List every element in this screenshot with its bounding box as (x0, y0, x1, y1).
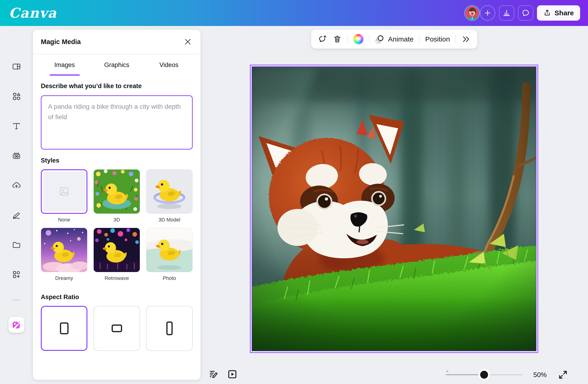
aspect-option-landscape[interactable] (93, 306, 140, 351)
animate-button[interactable]: Animate (375, 34, 414, 44)
aspect-ratio-heading: Aspect Ratio (41, 294, 193, 301)
magic-media-panel: Magic Media Images Graphics Videos Descr… (33, 30, 201, 380)
notes-icon (209, 369, 219, 380)
aspect-ratio-grid (41, 306, 193, 351)
folder-icon (12, 240, 21, 250)
position-label: Position (425, 35, 450, 43)
add-member-button[interactable] (480, 5, 495, 21)
sidebar-item-projects[interactable] (12, 240, 21, 250)
style-thumb-photo (146, 228, 192, 272)
sidebar-item-design[interactable] (12, 62, 21, 71)
style-option-retrowave: Retrowave (93, 228, 140, 286)
style-card-photo[interactable] (146, 228, 193, 272)
apps-grid-icon (12, 270, 21, 279)
more-options-button[interactable] (462, 35, 470, 43)
share-upload-icon (543, 9, 551, 17)
style-thumb-dreamy (41, 228, 87, 272)
tab-videos[interactable]: Videos (143, 54, 195, 76)
top-bar: Canva (0, 0, 588, 26)
generated-image-red-panda (252, 67, 536, 351)
panel-body: Describe what you’d like to create Style… (33, 76, 201, 351)
sidebar-item-brand[interactable] (12, 151, 21, 160)
animate-label: Animate (388, 35, 414, 43)
toolbar-divider (419, 35, 420, 43)
canvas-toolbar: Animate Position (311, 30, 477, 49)
zoom-slider[interactable] (446, 368, 523, 381)
notes-button[interactable] (208, 368, 220, 380)
panel-tabs: Images Graphics Videos (33, 54, 201, 76)
aspect-option-square[interactable] (41, 306, 87, 351)
sidebar-item-uploads[interactable] (12, 181, 21, 190)
plus-icon (483, 9, 492, 17)
sidebar-item-magic-media[interactable] (9, 317, 24, 333)
style-card-3d-model[interactable] (146, 169, 193, 214)
describe-label: Describe what you’d like to create (41, 83, 193, 90)
prompt-input[interactable] (41, 95, 193, 149)
sidebar-item-elements[interactable] (12, 92, 21, 101)
style-label: Photo (146, 275, 193, 281)
style-thumb-3d-garden (94, 170, 140, 213)
selected-canvas-element[interactable] (250, 65, 538, 353)
page-tools (208, 368, 238, 380)
expand-icon (558, 370, 568, 380)
style-card-none[interactable] (41, 169, 87, 214)
sidebar-item-text[interactable] (12, 122, 21, 131)
topbar-actions: Share (464, 5, 580, 21)
comments-button[interactable] (518, 5, 533, 21)
tab-graphics[interactable]: Graphics (91, 54, 143, 76)
sidebar-divider (13, 299, 21, 301)
style-label: 3D Model (146, 217, 193, 223)
fullscreen-button[interactable] (557, 369, 568, 380)
draw-pen-icon (12, 210, 21, 220)
sidebar-item-apps[interactable] (12, 270, 21, 279)
square-ratio-icon (60, 322, 69, 335)
share-button[interactable]: Share (537, 5, 580, 21)
style-card-dreamy[interactable] (41, 228, 87, 272)
style-label: Retrowave (93, 275, 140, 281)
style-card-3d[interactable] (93, 169, 140, 214)
aspect-option-portrait[interactable] (146, 306, 193, 351)
style-thumb-retrowave (94, 228, 140, 272)
design-icon (12, 62, 21, 71)
zoom-slider-thumb[interactable] (480, 371, 488, 379)
comment-button[interactable] (318, 35, 327, 44)
zoom-controls: 50% (446, 368, 568, 381)
sidebar-item-draw[interactable] (12, 210, 21, 220)
zoom-percent: 50% (533, 371, 547, 379)
avatar-image (465, 6, 480, 21)
image-placeholder-icon (59, 186, 70, 197)
animate-icon (375, 34, 385, 44)
style-card-retrowave[interactable] (93, 228, 140, 272)
toolbar-divider (369, 35, 370, 43)
toolbar-divider (347, 35, 348, 43)
brand-hub-icon (12, 151, 21, 160)
play-icon (227, 369, 238, 380)
user-avatar[interactable] (464, 5, 480, 21)
styles-grid: None 3D (41, 169, 193, 286)
style-option-3d-model: 3D Model (146, 169, 193, 228)
zoom-slider-fill (446, 374, 480, 375)
styles-heading: Styles (41, 157, 193, 164)
text-icon (12, 122, 21, 131)
style-label: 3D (93, 217, 140, 223)
delete-button[interactable] (333, 35, 342, 43)
color-wheel-icon (353, 34, 364, 44)
bar-chart-icon (502, 9, 511, 17)
toolbar-divider (455, 35, 456, 43)
color-button[interactable] (353, 34, 364, 44)
present-button[interactable] (226, 368, 238, 380)
tab-images[interactable]: Images (39, 54, 91, 76)
style-option-3d: 3D (93, 169, 140, 228)
generated-image-frame (252, 66, 537, 351)
insights-button[interactable] (499, 5, 514, 21)
style-thumb-3d-model (146, 170, 192, 213)
zoom-fit-marker (446, 370, 448, 372)
position-button[interactable]: Position (425, 35, 450, 43)
close-panel-button[interactable] (183, 37, 193, 47)
portrait-ratio-icon (166, 321, 173, 336)
style-option-dreamy: Dreamy (41, 228, 87, 286)
left-sidebar (0, 26, 33, 384)
elements-shapes-icon (12, 92, 21, 101)
trash-icon (333, 35, 342, 43)
close-icon (184, 38, 192, 46)
